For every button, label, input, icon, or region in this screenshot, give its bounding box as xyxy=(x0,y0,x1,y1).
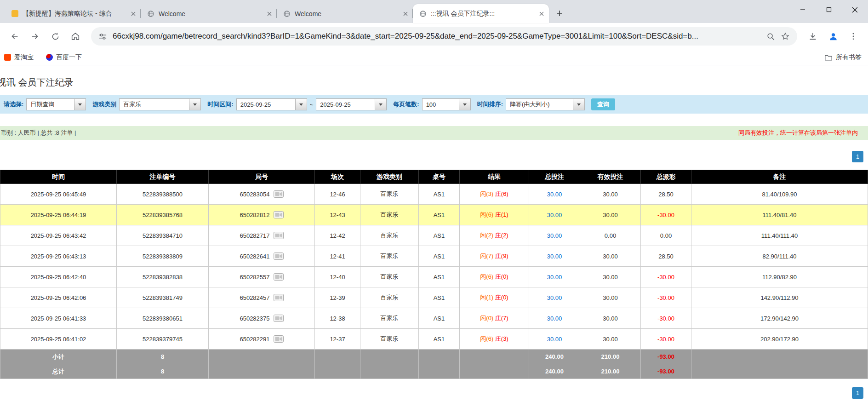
bookmark-item[interactable]: 百度一下 xyxy=(46,53,82,62)
tab-title: 【新提醒】海燕策略论坛 - 综合 xyxy=(23,10,126,18)
bet-record-row: 2025-09-25 06:43:13522839383809650282641… xyxy=(0,246,868,267)
cell-time: 2025-09-25 06:42:06 xyxy=(0,287,117,308)
round-video-icon[interactable] xyxy=(274,252,284,260)
round-video-icon[interactable] xyxy=(274,315,284,322)
chevron-down-icon[interactable] xyxy=(189,98,201,110)
cell-session: 12-46 xyxy=(315,184,360,205)
round-video-icon[interactable] xyxy=(274,335,284,343)
browser-tab[interactable]: Welcome xyxy=(141,4,277,23)
site-settings-icon[interactable] xyxy=(98,32,107,41)
cell-game-type: 百家乐 xyxy=(360,287,419,308)
cell-valid-bet: 30.00 xyxy=(580,246,641,267)
browser-tab[interactable]: Welcome xyxy=(277,4,413,23)
cell-total-bet[interactable]: 30.00 xyxy=(529,225,580,246)
round-video-icon[interactable] xyxy=(274,273,284,281)
bet-records-table: 时间注单编号局号场次游戏类别桌号结果总投注有效投注总派彩备注 2025-09-2… xyxy=(0,170,868,379)
query-type-select[interactable]: 日期查询 xyxy=(26,98,86,110)
footer-valid-bet: 210.00 xyxy=(580,350,641,364)
round-video-icon[interactable] xyxy=(274,190,284,198)
cell-result: 闲(1) 庄(0) xyxy=(460,287,529,308)
game-type-select[interactable]: 百家乐 xyxy=(119,98,201,110)
maximize-button[interactable] xyxy=(816,0,842,19)
chevron-down-icon[interactable] xyxy=(459,98,471,110)
new-tab-button[interactable] xyxy=(553,6,566,20)
address-bar[interactable]: 66cxkj98.com/game/betrecord_search/kind3… xyxy=(91,27,797,46)
time-sort-value[interactable]: 降幂(由大到小) xyxy=(506,98,573,110)
cell-total-bet[interactable]: 30.00 xyxy=(529,246,580,267)
search-button[interactable]: 查询 xyxy=(591,98,615,110)
home-icon xyxy=(70,31,80,41)
tab-close-icon[interactable] xyxy=(131,11,136,17)
round-video-icon[interactable] xyxy=(274,211,284,218)
globe-favicon xyxy=(147,10,154,17)
tab-close-icon[interactable] xyxy=(267,11,272,17)
cell-note: 202.90/172.90 xyxy=(691,329,868,350)
column-header: 桌号 xyxy=(419,170,460,184)
cell-total-bet[interactable]: 30.00 xyxy=(529,205,580,225)
column-header: 备注 xyxy=(691,170,868,184)
round-video-icon[interactable] xyxy=(274,294,284,301)
cell-note: 111.40/81.40 xyxy=(691,205,868,225)
cell-valid-bet: 30.00 xyxy=(580,308,641,329)
footer-count: 8 xyxy=(117,364,209,379)
menu-button[interactable] xyxy=(844,27,862,46)
cell-bet-id: 522839381749 xyxy=(117,287,209,308)
page-number-button[interactable]: 1 xyxy=(852,151,863,162)
chevron-down-icon[interactable] xyxy=(74,98,86,110)
column-header: 总投注 xyxy=(529,170,580,184)
minimize-icon xyxy=(800,7,805,12)
cell-total-bet[interactable]: 30.00 xyxy=(529,308,580,329)
browser-tab[interactable]: 【新提醒】海燕策略论坛 - 综合 xyxy=(5,4,141,23)
profile-button[interactable] xyxy=(824,27,842,46)
reload-icon xyxy=(51,32,60,41)
footer-valid-bet: 210.00 xyxy=(580,364,641,379)
browser-tab[interactable]: :::视讯 会员下注纪录::: xyxy=(413,4,549,23)
bookmark-star-icon[interactable] xyxy=(781,32,790,41)
tab-bar: 【新提醒】海燕策略论坛 - 综合WelcomeWelcome:::视讯 会员下注… xyxy=(0,0,868,23)
cell-payout: -30.00 xyxy=(641,205,691,225)
bookmark-item[interactable]: 爱淘宝 xyxy=(4,53,34,62)
select-label: 请选择: xyxy=(4,100,23,109)
home-button[interactable] xyxy=(66,27,85,46)
round-video-icon[interactable] xyxy=(274,232,284,239)
per-page-value[interactable]: 100 xyxy=(422,98,459,110)
chevron-down-icon[interactable] xyxy=(375,98,387,110)
footer-label: 总计 xyxy=(0,364,117,379)
cell-note: 81.40/109.90 xyxy=(691,184,868,205)
chevron-down-icon[interactable] xyxy=(295,98,307,110)
all-bookmarks-button[interactable]: 所有书签 xyxy=(824,53,862,62)
tab-close-icon[interactable] xyxy=(403,11,408,17)
tab-close-icon[interactable] xyxy=(539,11,544,17)
date-end-value[interactable]: 2025-09-25 xyxy=(316,98,375,110)
date-start-select[interactable]: 2025-09-25 xyxy=(236,98,307,110)
back-button[interactable] xyxy=(6,27,24,46)
cell-total-bet[interactable]: 30.00 xyxy=(529,287,580,308)
reload-button[interactable] xyxy=(46,27,64,46)
cell-time: 2025-09-25 06:41:33 xyxy=(0,308,117,329)
cell-total-bet[interactable]: 30.00 xyxy=(529,329,580,350)
date-end-select[interactable]: 2025-09-25 xyxy=(316,98,387,110)
date-start-value[interactable]: 2025-09-25 xyxy=(236,98,295,110)
page-number-button[interactable]: 1 xyxy=(852,387,863,399)
downloads-button[interactable] xyxy=(804,27,822,46)
forward-button[interactable] xyxy=(26,27,44,46)
round-number: 650282641 xyxy=(240,253,269,260)
time-sort-select[interactable]: 降幂(由大到小) xyxy=(506,98,585,110)
cell-note: 172.90/142.90 xyxy=(691,308,868,329)
round-number: 650282717 xyxy=(240,232,269,239)
close-button[interactable] xyxy=(842,0,868,19)
round-number: 650282291 xyxy=(240,336,269,343)
game-type-value[interactable]: 百家乐 xyxy=(119,98,189,110)
chevron-down-icon[interactable] xyxy=(573,98,585,110)
zoom-icon[interactable] xyxy=(766,32,775,41)
query-type-value[interactable]: 日期查询 xyxy=(26,98,74,110)
cell-total-bet[interactable]: 30.00 xyxy=(529,184,580,205)
minimize-button[interactable] xyxy=(789,0,816,19)
download-icon xyxy=(808,31,818,41)
cell-bet-id: 522839382838 xyxy=(117,267,209,287)
cell-total-bet[interactable]: 30.00 xyxy=(529,267,580,287)
cell-payout: -30.00 xyxy=(641,329,691,350)
url-text[interactable]: 66cxkj98.com/game/betrecord_search/kind3… xyxy=(113,32,761,41)
cell-time: 2025-09-25 06:45:49 xyxy=(0,184,117,205)
per-page-select[interactable]: 100 xyxy=(422,98,471,110)
